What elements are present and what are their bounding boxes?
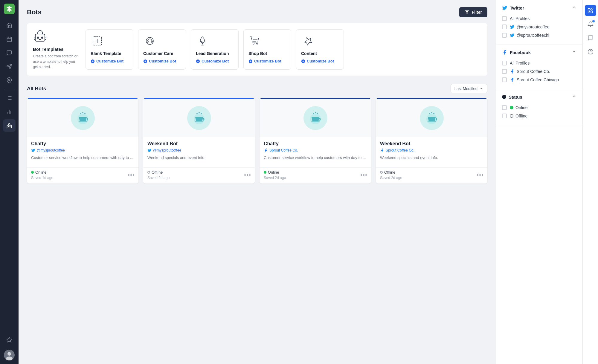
content-title: Content: [301, 51, 317, 56]
svg-point-65: [313, 113, 314, 114]
twitter-chevron: [572, 5, 576, 11]
filter-option-sprout-coffee-co[interactable]: Sprout Coffee Co.: [502, 67, 576, 76]
filter-option-all-facebook[interactable]: All Profiles: [502, 59, 576, 67]
blank-template-customize-btn[interactable]: Customize Bot: [91, 59, 123, 63]
bot-1-menu[interactable]: [128, 174, 134, 176]
templates-container: Bot Templates Create a bot from scratch …: [27, 23, 487, 76]
lead-generation-customize-btn[interactable]: Customize Bot: [196, 59, 229, 63]
online-indicator: [510, 106, 513, 109]
bot-card-2-image: [143, 98, 255, 137]
filter-checkbox-all-facebook[interactable]: [502, 61, 507, 65]
svg-point-71: [431, 112, 432, 113]
filter-option-sprout-coffee-chicago[interactable]: Sprout Coffee Chicago: [502, 76, 576, 84]
template-card-shop-bot: Shop Bot Customize Bot: [243, 29, 291, 70]
sidebar-item-list[interactable]: [3, 92, 16, 104]
filter-option-offline[interactable]: Offline: [502, 112, 576, 120]
bot-card-4: Weekend Bot Sprout Coffee Co. Weekend sp…: [376, 98, 487, 183]
filter-checkbox-mysproutcoffee[interactable]: [502, 25, 507, 29]
filter-checkbox-sproutcoffeechi[interactable]: [502, 33, 507, 38]
svg-point-61: [199, 112, 200, 113]
bot-1-profile: @mysproutcoffee: [31, 148, 134, 152]
svg-point-17: [8, 126, 9, 127]
template-card-customer-care: Customer Care Customize Bot: [138, 29, 186, 70]
notifications-btn[interactable]: [585, 19, 596, 30]
filter-option-mysproutcoffee[interactable]: @mysproutcoffee: [502, 23, 576, 31]
bot-card-1-body: Chatty @mysproutcoffee Customer service …: [27, 137, 138, 167]
bot-card-1: Chatty @mysproutcoffee Customer service …: [27, 98, 138, 183]
facebook-chevron: [572, 49, 576, 55]
bot-2-status: Offline: [147, 170, 170, 175]
sidebar-item-calendar[interactable]: [3, 33, 16, 45]
compose-btn[interactable]: [585, 5, 596, 16]
status-dot-online: [31, 171, 34, 174]
bot-4-profile: Sprout Coffee Co.: [380, 148, 483, 152]
messages-btn[interactable]: [585, 32, 596, 44]
logo[interactable]: [4, 4, 15, 14]
status-section-header[interactable]: Status: [502, 94, 576, 100]
bot-card-2-meta: Offline Saved 2d ago: [143, 167, 255, 183]
customer-care-customize-btn[interactable]: Customize Bot: [143, 59, 176, 63]
facebook-section-header[interactable]: Facebook: [502, 49, 576, 55]
svg-rect-16: [7, 125, 12, 128]
filter-checkbox-sprout-coffee-co[interactable]: [502, 69, 507, 74]
lead-generation-title: Lead Generation: [196, 51, 229, 56]
bot-2-menu[interactable]: [244, 174, 251, 176]
sidebar-item-bots[interactable]: [3, 119, 16, 132]
sidebar-item-inbox[interactable]: [3, 47, 16, 59]
filter-checkbox-online[interactable]: [502, 105, 507, 110]
facebook-icon-small: [510, 69, 515, 74]
template-intro-description: Create a bot from scratch or use a templ…: [33, 53, 81, 70]
user-avatar[interactable]: [4, 350, 15, 360]
bot-card-3-meta: Online Saved 2d ago: [260, 167, 371, 183]
bot-2-name: Weekend Bot: [147, 141, 251, 146]
bots-grid: Chatty @mysproutcoffee Customer service …: [27, 98, 487, 183]
bot-3-menu[interactable]: [361, 174, 367, 176]
shop-bot-customize-btn[interactable]: Customize Bot: [248, 59, 281, 63]
shop-bot-icon: [248, 34, 262, 48]
bot-3-status: Online: [264, 170, 286, 175]
sidebar-item-star[interactable]: [3, 334, 16, 346]
facebook-filter-section: Facebook All Profiles Sprout Coffee Co. …: [496, 45, 582, 89]
bot-templates-icon: [33, 29, 47, 44]
facebook-icon: [502, 50, 507, 55]
help-btn[interactable]: [585, 46, 596, 57]
bot-4-status: Offline: [380, 170, 402, 175]
status-chevron: [572, 94, 576, 100]
sidebar-item-publish[interactable]: [3, 60, 16, 73]
bot-card-4-image: [376, 98, 487, 137]
svg-point-46: [253, 43, 254, 44]
bot-2-profile: @mysproutcoffee: [147, 148, 251, 152]
filter-option-all-twitter[interactable]: All Profiles: [502, 14, 576, 23]
sidebar-item-pin[interactable]: [3, 74, 16, 87]
svg-point-62: [201, 113, 202, 114]
all-bots-title: All Bots: [27, 86, 46, 92]
filter-checkbox-all-twitter[interactable]: [502, 16, 507, 21]
bot-2-description: Weekend specials and event info.: [147, 155, 251, 161]
filter-checkbox-sprout-coffee-chicago[interactable]: [502, 77, 507, 82]
sidebar-divider: [4, 89, 15, 89]
svg-marker-19: [7, 337, 12, 342]
right-sidebar: [582, 0, 598, 364]
svg-point-60: [196, 113, 198, 114]
status-dot-online-3: [264, 171, 266, 174]
filter-option-sproutcoffeechi[interactable]: @sproutcoffeechi: [502, 31, 576, 39]
bot-2-saved: Saved 2d ago: [147, 176, 170, 180]
svg-point-68: [311, 120, 320, 122]
svg-point-6: [9, 79, 10, 81]
filter-button[interactable]: Filter: [459, 7, 487, 17]
main-content: Bots Filter Bot Templates Crea: [19, 0, 496, 364]
svg-point-58: [79, 120, 87, 122]
bot-4-menu[interactable]: [477, 174, 483, 176]
sidebar-item-home[interactable]: [3, 19, 16, 32]
blank-template-title: Blank Template: [91, 51, 121, 56]
bot-card-3: Chatty Sprout Coffee Co. Customer servic…: [260, 98, 371, 183]
content-customize-btn[interactable]: Customize Bot: [301, 59, 334, 63]
twitter-section-header[interactable]: Twitter: [502, 5, 576, 11]
filter-checkbox-offline[interactable]: [502, 114, 507, 118]
sidebar-item-analytics[interactable]: [3, 105, 16, 118]
svg-point-66: [315, 112, 316, 113]
filter-option-online[interactable]: Online: [502, 103, 576, 112]
bot-3-name: Chatty: [264, 141, 367, 146]
svg-point-18: [10, 126, 10, 127]
sort-dropdown[interactable]: Last Modified: [451, 84, 487, 93]
